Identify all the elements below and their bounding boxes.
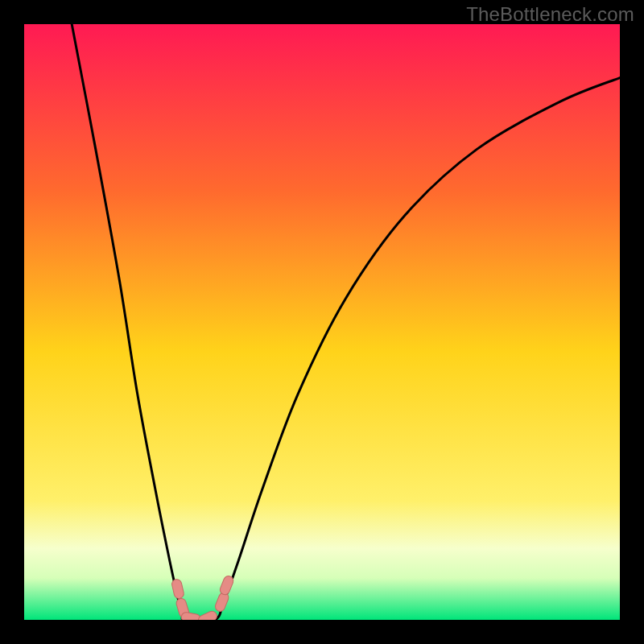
gradient-background: [24, 24, 620, 620]
watermark-text: TheBottleneck.com: [466, 3, 634, 26]
chart-frame: TheBottleneck.com: [0, 0, 644, 644]
plot-area: [24, 24, 620, 620]
plot-svg: [24, 24, 620, 620]
